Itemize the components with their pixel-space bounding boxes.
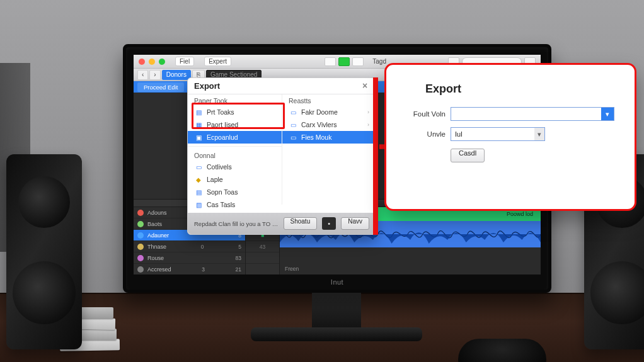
star-icon: ◆ <box>194 175 203 184</box>
toolbar-icon-b[interactable] <box>352 57 364 66</box>
chevron-down-icon: ▾ <box>534 128 544 140</box>
track-row[interactable]: Thnase05 <box>134 241 245 252</box>
menu-item[interactable]: ▤Sopn Toas <box>188 186 282 198</box>
cancel-button[interactable]: Casdl <box>451 149 485 162</box>
center-label: Tagd <box>372 58 386 65</box>
menu-item[interactable]: ▭Cotlivels <box>188 161 282 173</box>
track-label: Rouse <box>147 255 164 261</box>
close-icon[interactable]: × <box>360 82 369 91</box>
doc-icon: ▭ <box>289 108 297 116</box>
track-row[interactable]: Accresed321 <box>134 264 245 274</box>
submenu-item[interactable]: ▭Fakr Doome› <box>282 106 376 118</box>
export-dialog: Export Foult Voln ▾ Unvle Iul ▾ Casdl <box>384 63 636 211</box>
track-label: Adauner <box>147 232 169 239</box>
speaker-left <box>6 154 82 349</box>
track-label: Thnase <box>147 244 166 250</box>
menu-item[interactable]: ▧Cas Tasls <box>188 198 282 211</box>
submenu-item[interactable]: ▭Carx Vivlers› <box>282 118 376 131</box>
document-tab[interactable]: Proceed Edit <box>137 82 184 92</box>
panel-prompt-bar: Repdadt Clan fill io you a TO Kapostfrd … <box>188 213 376 234</box>
tab-active[interactable]: Donors <box>162 70 191 80</box>
chevron-right-icon: › <box>367 109 369 115</box>
submenu-item-selected[interactable]: ▭Fies Mouk <box>282 131 376 144</box>
monitor-brand: Inut <box>331 278 343 286</box>
mouse <box>458 339 546 362</box>
menu-item[interactable]: ▤Prt Toaks <box>188 106 282 118</box>
toolbar-icon-a[interactable] <box>325 57 336 66</box>
menu-file[interactable]: Fiel <box>175 57 194 66</box>
doc-icon: ▤ <box>194 188 203 196</box>
track-row[interactable]: Rouse83 <box>134 252 245 264</box>
track-label: Baots <box>147 221 162 227</box>
highlight-strip <box>373 77 378 235</box>
clip-label: Poowd lod <box>507 211 533 217</box>
doc-icon: ▭ <box>289 120 297 129</box>
doc-icon: ▧ <box>194 200 203 209</box>
footer-label: Freen <box>285 266 299 272</box>
doc-icon: ▭ <box>194 162 203 171</box>
window-min-dot[interactable] <box>149 59 155 65</box>
prompt-button-2[interactable]: Navv <box>341 217 369 230</box>
export-menu-title: Export <box>194 81 220 91</box>
file-icon: ▤ <box>194 108 203 116</box>
prompt-button-1[interactable]: Shoatu <box>284 217 318 230</box>
select-value: Iul <box>455 130 463 138</box>
export-icon: ▣ <box>194 133 203 142</box>
menu-section-heading: Reastts <box>282 94 376 106</box>
dialog-title: Export <box>425 82 614 96</box>
window-close-dot[interactable] <box>139 59 145 65</box>
field-label: Foult Voln <box>406 110 446 118</box>
window-max-dot[interactable] <box>159 59 165 65</box>
file-icon: ▦ <box>194 120 203 129</box>
track-label: Adouns <box>147 210 167 216</box>
menu-section-heading: Oonnal <box>188 149 282 161</box>
monitor-stand-base <box>251 327 422 341</box>
prompt-message: Repdadt Clan fill io you a TO Kapostfrd <box>194 220 279 227</box>
menu-section-heading: Paper Took <box>188 94 282 106</box>
prompt-toggle[interactable]: • <box>322 217 336 230</box>
menu-item[interactable]: ▦Paort Iised <box>188 118 282 131</box>
doc-icon: ▭ <box>289 133 297 142</box>
unit-select[interactable]: Iul ▾ <box>451 127 545 141</box>
menu-item-selected[interactable]: ▣Ecpoanlud <box>188 131 282 144</box>
export-menu-panel: Export × Paper Took ▤Prt Toaks ▦Paort Ii… <box>187 77 376 235</box>
nav-fwd-button[interactable]: › <box>149 70 160 80</box>
play-icon[interactable] <box>338 57 350 66</box>
chevron-down-icon: ▾ <box>601 108 614 120</box>
meter-cell: 43 <box>246 241 279 252</box>
track-label: Accresed <box>147 266 171 273</box>
menu-edit[interactable]: Expert <box>204 57 231 66</box>
nav-back-button[interactable]: ‹ <box>137 70 148 80</box>
monitor-stand-neck <box>312 291 361 330</box>
chevron-right-icon: › <box>367 122 369 128</box>
format-select[interactable]: ▾ <box>451 107 614 121</box>
field-label: Unvle <box>406 130 446 138</box>
menu-item[interactable]: ◆Laple <box>188 173 282 186</box>
